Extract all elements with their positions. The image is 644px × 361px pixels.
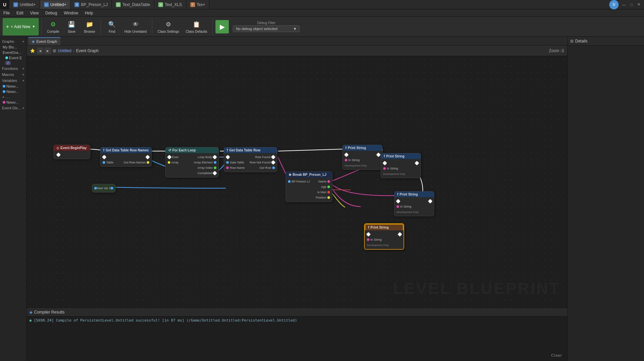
- exec-out-pin: [145, 155, 150, 159]
- compiler-header: ◈ Compiler Results: [27, 308, 567, 317]
- event-graph-item[interactable]: EventGra...: [0, 50, 26, 55]
- menu-window[interactable]: Window: [60, 9, 82, 16]
- row-not-found-pin: [271, 160, 276, 165]
- pin-left: [226, 155, 229, 159]
- variables-section[interactable]: Variables +: [0, 78, 26, 84]
- compile-button[interactable]: ⚙ Compile: [44, 18, 62, 35]
- minimize-button[interactable]: —: [620, 1, 628, 8]
- close-button[interactable]: ✕: [635, 1, 642, 8]
- pin-row-dev-only: Development Only: [394, 209, 434, 215]
- menu-edit[interactable]: Edit: [13, 9, 27, 16]
- details-icon: ⊞: [570, 39, 574, 43]
- pin-right: [415, 161, 419, 165]
- node-event-begin[interactable]: ◇ Event BeginPlay: [53, 145, 90, 159]
- tab-bp-preson[interactable]: B BP_Preson_LJ: [70, 0, 112, 9]
- in-string-pin: [383, 167, 386, 170]
- node-print-string-2[interactable]: f Print String: [381, 153, 421, 178]
- browse-button[interactable]: 📁 Browse: [81, 18, 98, 35]
- node-header: ⊕ Break BP_Preson_LJ: [286, 172, 332, 177]
- toolbar-separator-3: [152, 19, 152, 35]
- node-header: f Print String: [394, 192, 434, 197]
- debug-object-dropdown[interactable]: No debug object selected ▼: [233, 25, 300, 32]
- tab-untitled2[interactable]: U Untitled+: [40, 0, 71, 9]
- tab-tex[interactable]: T Tex+: [186, 0, 210, 9]
- profile-button[interactable]: U: [609, 0, 619, 9]
- out-row-names-pin: [147, 161, 149, 164]
- var3-item[interactable]: • . . .: [0, 94, 26, 100]
- menu-help[interactable]: Help: [82, 9, 97, 16]
- pin-row-exec: [394, 199, 434, 204]
- position-out-pin: [327, 196, 330, 199]
- row-name-pin: [226, 166, 229, 169]
- node-header: f Get Data Table Row Names: [101, 147, 151, 153]
- pin-right: Row Found: [255, 155, 275, 159]
- plus-icon[interactable]: +: [22, 79, 24, 83]
- save-button[interactable]: 💾 Save: [63, 18, 80, 35]
- var4-item[interactable]: Newv...: [0, 100, 26, 105]
- var1-item[interactable]: Newv...: [0, 84, 26, 89]
- pin-right: Position: [316, 196, 330, 199]
- event-graph-tab[interactable]: ◈ Event Graph: [28, 37, 60, 45]
- node-body: Row Found Data Table Row Not Found: [224, 153, 277, 172]
- node-get-data-table-row[interactable]: f Get Data Table Row Row Found: [224, 147, 277, 172]
- pin-left: Row Name: [226, 166, 245, 169]
- graph-tabbar: ◈ Event Graph: [27, 37, 567, 45]
- home-icon[interactable]: ⭐: [30, 48, 35, 53]
- tab-icon: B: [74, 2, 79, 7]
- plus-icon[interactable]: +: [22, 106, 24, 110]
- hide-unrelated-button[interactable]: 👁 Hide Unrelated: [122, 18, 149, 35]
- clear-button[interactable]: Clear: [551, 353, 562, 358]
- macros-section[interactable]: Macros +: [0, 72, 26, 78]
- pin-row-in-string: In String: [394, 204, 434, 209]
- pin-row-dt: Data Table Row Not Found: [224, 160, 277, 165]
- node-break-bp[interactable]: ⊕ Break BP_Preson_LJ BP Preson LJ Name: [286, 171, 332, 202]
- graphs-section[interactable]: Graphs +: [0, 38, 26, 44]
- my-blueprint-item[interactable]: My Blo...: [0, 44, 26, 50]
- play-button[interactable]: ▶: [215, 20, 229, 33]
- node-get-row-names[interactable]: f Get Data Table Row Names: [100, 147, 152, 167]
- pin-row-exec: [343, 152, 382, 157]
- node-print-string-4[interactable]: f Print String: [364, 223, 404, 250]
- back-button[interactable]: ◄: [37, 47, 43, 54]
- find-icon: 🔍: [107, 20, 117, 29]
- event-dispatchers-section[interactable]: Event Dis... +: [0, 105, 26, 111]
- var2-item[interactable]: Newv...: [0, 89, 26, 94]
- plus-icon[interactable]: +: [22, 39, 24, 43]
- node-for-each[interactable]: ↺ For Each Loop Exec Loop Body: [165, 147, 219, 177]
- pin-row-age: Age: [286, 184, 332, 190]
- event-e-item[interactable]: Event E: [0, 55, 26, 61]
- plus-icon[interactable]: +: [22, 73, 24, 77]
- node-new-var[interactable]: New Var 2: [92, 184, 116, 193]
- exec-in-pin: [167, 155, 172, 159]
- array-elem-pin: [214, 161, 216, 164]
- pin-row-table: Table Out Row Names: [101, 160, 151, 165]
- menu-debug[interactable]: Debug: [42, 9, 60, 16]
- tab-text-xls[interactable]: X Text_XLS: [154, 0, 186, 9]
- maximize-button[interactable]: □: [628, 1, 635, 8]
- pin-right: [146, 155, 149, 159]
- forward-button[interactable]: ►: [44, 47, 51, 54]
- loop-body-pin: [212, 155, 217, 159]
- menu-file[interactable]: File: [0, 9, 13, 16]
- plus-icon[interactable]: +: [22, 67, 24, 71]
- tab-icon: U: [44, 2, 49, 7]
- node-print-string-1[interactable]: f Print String: [342, 145, 382, 170]
- find-button[interactable]: 🔍 Find: [104, 18, 120, 35]
- pin-right: [56, 153, 60, 156]
- tab-untitled1[interactable]: U Untitled+: [9, 0, 40, 9]
- menu-view[interactable]: View: [27, 9, 42, 16]
- functions-section[interactable]: Functions +: [0, 66, 26, 72]
- class-settings-button[interactable]: ⚙ Class Settings: [155, 18, 182, 35]
- blueprint-canvas[interactable]: ◇ Event BeginPlay: [27, 56, 567, 308]
- var-pin: [94, 187, 97, 190]
- node-body: In String Development Only: [381, 159, 421, 178]
- tab-text-dt[interactable]: D Text_DataTable: [112, 0, 154, 9]
- tabs-bar: U Untitled+ U Untitled+ B BP_Preson_LJ D…: [9, 0, 609, 9]
- breadcrumb-untitled[interactable]: Untitled: [58, 48, 71, 53]
- ue-logo: U: [0, 0, 9, 9]
- graph-main: ◈ Event Graph ⭐ ◄ ► ⊞ Untitled › Event G…: [27, 37, 567, 361]
- node-body: In String Development Only: [394, 197, 434, 216]
- node-print-string-3[interactable]: f Print String: [394, 191, 434, 216]
- add-new-button[interactable]: + + Add New ▼: [3, 18, 39, 35]
- class-defaults-button[interactable]: 📋 Class Defaults: [183, 18, 210, 35]
